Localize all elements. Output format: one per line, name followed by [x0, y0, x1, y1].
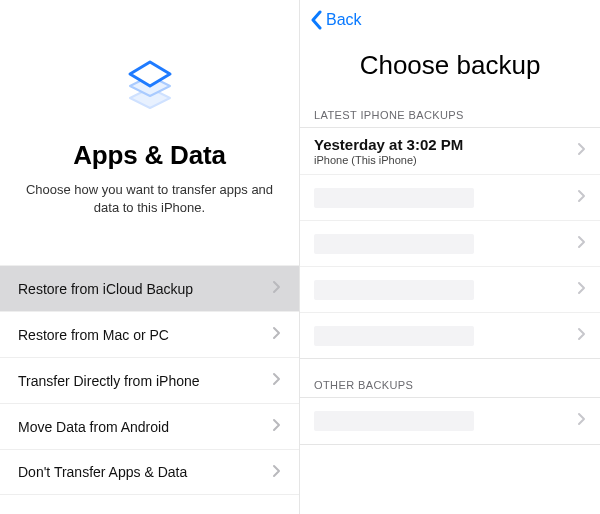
backup-row[interactable]: Yesterday at 3:02 PMiPhone (This iPhone) — [300, 128, 600, 174]
restore-option[interactable]: Don't Transfer Apps & Data — [0, 449, 299, 495]
backup-subtitle: iPhone (This iPhone) — [314, 154, 577, 166]
apps-and-data-screen: Apps & Data Choose how you want to trans… — [0, 0, 300, 514]
chevron-right-icon — [577, 142, 586, 156]
restore-option-label: Restore from Mac or PC — [18, 327, 169, 343]
choose-backup-screen: Back Choose backup LATEST IPHONE BACKUPS… — [300, 0, 600, 514]
backup-row[interactable] — [300, 174, 600, 220]
page-title: Apps & Data — [73, 140, 225, 171]
placeholder — [314, 280, 474, 300]
page-title: Choose backup — [300, 50, 600, 81]
apps-and-data-icon — [118, 48, 182, 116]
placeholder — [314, 188, 474, 208]
restore-option-label: Transfer Directly from iPhone — [18, 373, 200, 389]
placeholder — [314, 326, 474, 346]
chevron-right-icon — [272, 372, 281, 386]
section-header-latest: LATEST IPHONE BACKUPS — [300, 109, 600, 127]
nav-bar: Back — [300, 0, 600, 40]
other-backups-list — [300, 397, 600, 445]
backup-row[interactable] — [300, 266, 600, 312]
placeholder — [314, 234, 474, 254]
placeholder — [314, 411, 474, 431]
restore-options-list: Restore from iCloud BackupRestore from M… — [0, 265, 299, 495]
back-button[interactable]: Back — [310, 10, 362, 30]
chevron-right-icon — [577, 281, 586, 295]
chevron-right-icon — [577, 412, 586, 426]
chevron-right-icon — [272, 418, 281, 432]
chevron-right-icon — [577, 327, 586, 341]
restore-option[interactable]: Restore from iCloud Backup — [0, 265, 299, 311]
restore-option[interactable]: Transfer Directly from iPhone — [0, 357, 299, 403]
page-subtitle: Choose how you want to transfer apps and… — [0, 181, 299, 217]
backup-row[interactable] — [300, 220, 600, 266]
restore-option-label: Don't Transfer Apps & Data — [18, 464, 187, 480]
restore-option-label: Move Data from Android — [18, 419, 169, 435]
restore-option[interactable]: Move Data from Android — [0, 403, 299, 449]
chevron-right-icon — [272, 280, 281, 294]
restore-option[interactable]: Restore from Mac or PC — [0, 311, 299, 357]
section-header-other: OTHER BACKUPS — [300, 379, 600, 397]
chevron-right-icon — [577, 235, 586, 249]
chevron-right-icon — [272, 464, 281, 478]
chevron-left-icon — [310, 10, 324, 30]
backup-row[interactable] — [300, 312, 600, 358]
back-label: Back — [326, 11, 362, 29]
chevron-right-icon — [272, 326, 281, 340]
backup-title: Yesterday at 3:02 PM — [314, 136, 577, 153]
backup-row[interactable] — [300, 398, 600, 444]
chevron-right-icon — [577, 189, 586, 203]
restore-option-label: Restore from iCloud Backup — [18, 281, 193, 297]
latest-backups-list: Yesterday at 3:02 PMiPhone (This iPhone) — [300, 127, 600, 359]
